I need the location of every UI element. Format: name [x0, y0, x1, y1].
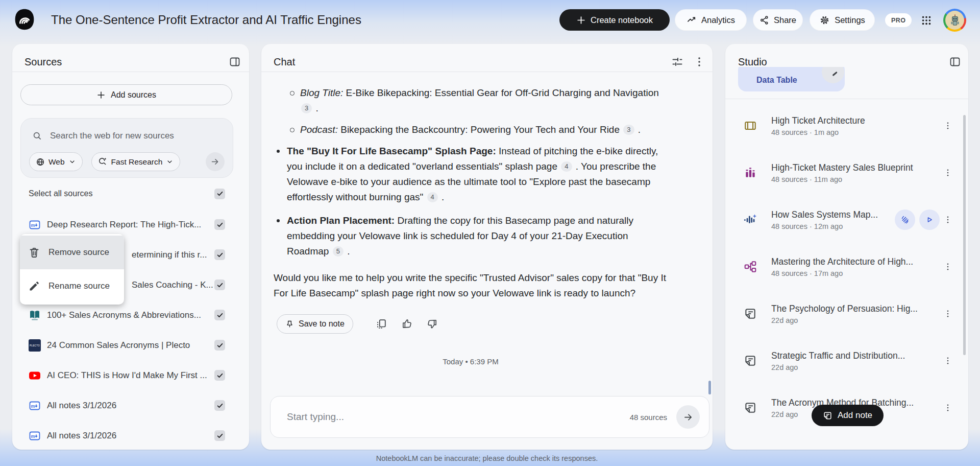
citation-chip[interactable]: 5 — [333, 246, 344, 257]
studio-item-menu-icon[interactable] — [943, 166, 953, 179]
book-icon — [29, 309, 41, 321]
studio-item[interactable]: The Psychology of Persuasion: Hig... 22d… — [725, 290, 968, 337]
copy-icon[interactable] — [376, 318, 387, 330]
plus-icon — [96, 90, 106, 100]
source-row[interactable]: PLECTO 24 Common Sales Acronyms | Plecto — [12, 330, 249, 360]
analytics-button[interactable]: Analytics — [675, 9, 747, 31]
studio-item[interactable]: How Sales Systems Map... 48 sources · 12… — [725, 196, 968, 243]
source-checkbox[interactable] — [214, 370, 225, 381]
text-segment: . — [345, 246, 350, 257]
thumbs-down-icon[interactable] — [427, 318, 438, 330]
sources-panel-title: Sources — [24, 56, 62, 68]
research-mode-dropdown[interactable]: Fast Research — [91, 152, 181, 171]
notebooklm-logo-icon[interactable] — [13, 8, 36, 31]
create-notebook-button[interactable]: Create notebook — [559, 9, 670, 31]
apps-grid-icon[interactable] — [918, 12, 935, 29]
play-audio-button[interactable] — [919, 209, 940, 230]
pencil-icon — [28, 280, 40, 292]
interactive-mode-button[interactable] — [895, 209, 915, 230]
plus-icon — [576, 15, 586, 25]
text-segment: . — [313, 103, 318, 113]
source-checkbox[interactable] — [214, 340, 225, 351]
source-checkbox[interactable] — [214, 279, 225, 290]
barchart-icon — [744, 166, 757, 179]
studio-item[interactable]: Mastering the Architecture of High... 48… — [725, 243, 968, 290]
studio-item-menu-icon[interactable] — [943, 354, 953, 367]
source-title: etermining if this r... — [132, 250, 214, 260]
studio-item[interactable]: High-Ticket Mastery Sales Blueprint 48 s… — [725, 149, 968, 196]
pro-badge: PRO — [885, 13, 912, 27]
source-row[interactable]: m All notes 3/1/2026 — [12, 390, 249, 421]
trending-up-icon — [687, 15, 697, 25]
studio-item[interactable]: High Ticket Architecture 48 sources · 1m… — [725, 102, 968, 149]
studio-item-menu-icon[interactable] — [943, 213, 953, 226]
expand-studio-panel-icon[interactable] — [949, 56, 961, 68]
settings-button[interactable]: Settings — [810, 9, 875, 31]
select-all-sources-row: Select all sources — [29, 186, 225, 201]
studio-item-menu-icon[interactable] — [943, 119, 953, 132]
source-checkbox[interactable] — [214, 310, 225, 320]
source-row[interactable]: AI CEO: THIS is How I'd Make My First ..… — [12, 360, 249, 390]
citation-chip[interactable]: 3 — [301, 103, 312, 113]
studio-item-title: The Psychology of Persuasion: Hig... — [771, 304, 943, 314]
source-row[interactable]: m All notes 3/1/2026 — [12, 421, 249, 450]
web-search-card: Search the web for new sources Web Fast … — [20, 118, 233, 178]
thumbs-up-icon[interactable] — [401, 318, 412, 330]
svg-text:PLECTO: PLECTO — [30, 344, 40, 347]
studio-item-menu-icon[interactable] — [943, 401, 953, 414]
chevron-down-icon — [68, 158, 76, 166]
add-note-button[interactable]: Add note — [812, 405, 884, 426]
text-segment: Bikepacking the Backcountry: Powering Yo… — [338, 124, 622, 135]
web-source-dropdown[interactable]: Web — [29, 152, 83, 171]
citation-chip[interactable]: 4 — [427, 192, 438, 202]
share-button[interactable]: Share — [753, 9, 803, 31]
send-message-button[interactable] — [676, 405, 700, 429]
svg-text:m: m — [31, 403, 35, 408]
note-icon — [823, 411, 832, 421]
select-all-label: Select all sources — [29, 189, 92, 198]
save-to-note-button[interactable]: Save to note — [277, 314, 353, 334]
nlm-icon: m — [29, 219, 41, 231]
chat-message-area[interactable]: Blog Title: E-Bike Bikepacking: Essentia… — [261, 72, 713, 395]
sources-header-divider — [12, 72, 249, 72]
source-title: 24 Common Sales Acronyms | Plecto — [47, 340, 214, 351]
user-avatar[interactable] — [943, 9, 966, 32]
collapse-sources-panel-icon[interactable] — [229, 56, 241, 68]
source-checkbox[interactable] — [214, 249, 225, 260]
studio-item-title: Strategic Traffic and Distribution... — [771, 351, 943, 361]
text-segment: Blog Title: — [300, 87, 343, 98]
citation-chip[interactable]: 4 — [561, 161, 572, 172]
studio-item[interactable]: Strategic Traffic and Distribution... 22… — [725, 337, 968, 384]
chat-more-menu-icon[interactable] — [693, 56, 705, 68]
studio-item[interactable]: The Content Creation Engine: Wee... — [725, 431, 968, 450]
chat-panel: Chat Blog Title: E-Bike Bikepacking: Ess… — [261, 44, 713, 450]
chat-input-box[interactable]: Start typing... 48 sources — [270, 396, 709, 438]
context-menu-item[interactable]: Remove source — [20, 236, 124, 269]
studio-item-meta: 22d ago — [771, 316, 943, 324]
source-checkbox[interactable] — [214, 430, 225, 441]
text-segment: . — [439, 192, 445, 202]
select-all-checkbox[interactable] — [214, 189, 225, 199]
mindmap-icon — [744, 260, 757, 273]
waveform-icon — [744, 213, 757, 226]
chat-scrollbar[interactable] — [708, 381, 711, 394]
notebook-title[interactable]: The One-Sentence Profit Extractor and AI… — [51, 13, 361, 27]
studio-item-menu-icon[interactable] — [943, 448, 953, 450]
source-checkbox[interactable] — [214, 219, 225, 230]
context-menu-item[interactable]: Rename source — [20, 269, 124, 303]
studio-item-title: High-Ticket Mastery Sales Blueprint — [771, 162, 943, 173]
studio-item-menu-icon[interactable] — [943, 307, 953, 320]
source-checkbox[interactable] — [214, 400, 225, 411]
studio-item-menu-icon[interactable] — [943, 260, 953, 273]
citation-chip[interactable]: 3 — [623, 125, 634, 135]
search-submit-button[interactable] — [206, 152, 225, 171]
web-search-input[interactable]: Search the web for new sources — [32, 127, 226, 145]
chat-settings-tune-icon[interactable] — [671, 56, 683, 68]
chat-block-bullet: Action Plan Placement: Drafting the copy… — [274, 213, 668, 259]
add-sources-button[interactable]: Add sources — [20, 84, 232, 105]
share-icon — [760, 15, 769, 25]
text-segment: Would you like me to help you write the … — [274, 272, 666, 298]
studio-scrollbar[interactable] — [963, 115, 966, 355]
source-title: All notes 3/1/2026 — [47, 431, 214, 441]
chat-panel-title: Chat — [274, 56, 295, 68]
